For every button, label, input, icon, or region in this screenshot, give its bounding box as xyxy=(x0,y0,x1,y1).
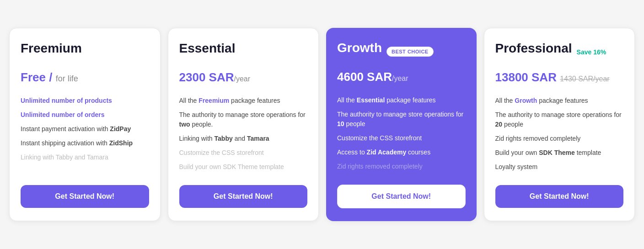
save-badge: Save 16% xyxy=(577,48,606,56)
feature-item: Linking with Tabby and Tamara xyxy=(21,150,149,164)
features-list: All the Growth package featuresThe autho… xyxy=(495,94,624,174)
feature-item: The authority to manage store operations… xyxy=(495,108,624,132)
feature-item: The authority to manage store operations… xyxy=(179,108,308,132)
feature-item: Build your own SDK Theme template xyxy=(495,146,624,160)
feature-item: All the Freemium package features xyxy=(179,94,308,108)
cta-button-growth[interactable]: Get Started Now! xyxy=(337,185,466,208)
feature-item: Build your own SDK Theme template xyxy=(179,160,308,174)
feature-item: Linking with Tabby and Tamara xyxy=(179,132,308,146)
features-list: All the Freemium package featuresThe aut… xyxy=(179,94,308,174)
feature-item: Customize the CSS storefront xyxy=(179,146,308,160)
plan-name: Growth xyxy=(337,41,382,55)
plan-name: Professional xyxy=(495,41,572,56)
feature-item: Instant shipping activation with ZidShip xyxy=(21,136,149,150)
plan-price: 13800 SAR 1430 SAR/year xyxy=(495,70,624,85)
feature-item: All the Essential package features xyxy=(337,93,466,107)
plan-price: 4600 SAR/year xyxy=(337,70,466,84)
cta-button-essential[interactable]: Get Started Now! xyxy=(179,185,308,208)
feature-item: Zid rights removed completely xyxy=(495,132,624,146)
plan-header-row: ProfessionalSave 16% xyxy=(495,41,624,63)
plan-name: Freemium xyxy=(21,41,82,56)
plan-card-freemium: FreemiumFree / for lifeUnlimited number … xyxy=(9,28,161,221)
plan-header-row: GrowthBEST CHOICE xyxy=(337,41,466,63)
plan-price: 2300 SAR/year xyxy=(179,70,308,85)
plan-card-essential: Essential2300 SAR/yearAll the Freemium p… xyxy=(168,28,319,221)
features-list: All the Essential package featuresThe au… xyxy=(337,93,466,174)
plan-card-professional: ProfessionalSave 16%13800 SAR 1430 SAR/y… xyxy=(484,28,635,221)
plan-card-growth: GrowthBEST CHOICE4600 SAR/yearAll the Es… xyxy=(326,28,477,221)
cta-button-professional[interactable]: Get Started Now! xyxy=(495,185,624,208)
plan-price: Free / for life xyxy=(21,70,149,85)
cta-button-freemium[interactable]: Get Started Now! xyxy=(21,185,149,208)
feature-item: Customize the CSS storefront xyxy=(337,131,466,145)
features-list: Unlimited number of productsUnlimited nu… xyxy=(21,94,149,174)
pricing-container: FreemiumFree / for lifeUnlimited number … xyxy=(9,28,635,221)
feature-item: Instant payment activation with ZidPay xyxy=(21,122,149,136)
feature-item: All the Growth package features xyxy=(495,94,624,108)
feature-item: Unlimited number of orders xyxy=(21,108,149,122)
best-choice-badge: BEST CHOICE xyxy=(386,47,434,57)
plan-header-row: Freemium xyxy=(21,41,149,63)
feature-item: Zid rights removed completely xyxy=(337,159,466,174)
feature-item: Loyalty system xyxy=(495,160,624,174)
plan-name: Essential xyxy=(179,41,236,56)
feature-item: Access to Zid Academy courses xyxy=(337,145,466,159)
feature-item: Unlimited number of products xyxy=(21,94,149,108)
plan-header-row: Essential xyxy=(179,41,308,63)
feature-item: The authority to manage store operations… xyxy=(337,107,466,131)
